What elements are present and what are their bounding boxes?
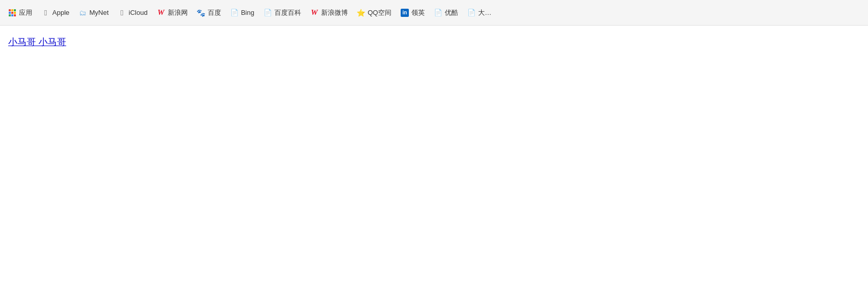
apps-grid-icon [8,9,16,17]
xinlang-icon: W [157,9,165,17]
bookmarks-bar: 应用  Apple 🗂 MyNet  iCloud W 新浪网 🐾 百度 📄… [0,0,868,26]
bookmark-linkedin[interactable]: in 领英 [397,6,429,19]
bookmark-xinlang[interactable]: W 新浪网 [153,6,192,19]
baidu-paw-icon: 🐾 [197,9,205,17]
bookmark-bing-label: Bing [241,9,254,16]
apple-icon:  [42,9,50,17]
bookmark-icloud[interactable]:  iCloud [114,7,152,19]
bookmark-baidu-label: 百度 [208,8,221,17]
bookmark-icloud-label: iCloud [129,9,148,16]
bookmark-qq-space-label: QQ空间 [368,8,391,17]
baike-doc-icon: 📄 [264,9,272,17]
bookmark-baike[interactable]: 📄 百度百科 [260,6,305,19]
content-area: 小马哥 小马哥 [0,26,868,58]
bookmark-qq-space[interactable]: ⭐ QQ空间 [353,6,396,19]
bookmark-sina-weibo[interactable]: W 新浪微博 [306,6,352,19]
folder-icon: 🗂 [78,9,87,17]
youku-doc-icon: 📄 [434,9,442,17]
more-doc-icon: 📄 [467,9,476,17]
bookmark-mynet-label: MyNet [89,9,109,16]
linkedin-icon: in [401,9,409,17]
bookmark-xinlang-label: 新浪网 [168,8,188,17]
bookmark-mynet[interactable]: 🗂 MyNet [74,7,113,19]
bookmark-apple[interactable]:  Apple [37,7,73,19]
bing-doc-icon: 📄 [230,9,239,17]
bookmark-more-label: 大… [478,8,491,17]
bookmark-youku-label: 优酷 [445,8,458,17]
bookmark-baike-label: 百度百科 [274,8,301,17]
bookmark-youku[interactable]: 📄 优酷 [430,6,462,19]
bookmark-more[interactable]: 📄 大… [463,6,496,19]
bookmark-bing[interactable]: 📄 Bing [226,7,259,19]
bookmark-sina-weibo-label: 新浪微博 [321,8,348,17]
icloud-apple-icon:  [118,9,126,17]
bookmark-linkedin-label: 领英 [411,8,425,17]
bookmark-apple-label: Apple [52,9,69,16]
page-title[interactable]: 小马哥 小马哥 [8,37,66,47]
bookmark-apps[interactable]: 应用 [4,6,36,19]
bookmark-baidu[interactable]: 🐾 百度 [193,6,225,19]
sina-weibo-icon: W [310,9,319,17]
bookmark-apps-label: 应用 [19,8,32,17]
qq-star-icon: ⭐ [357,9,365,17]
